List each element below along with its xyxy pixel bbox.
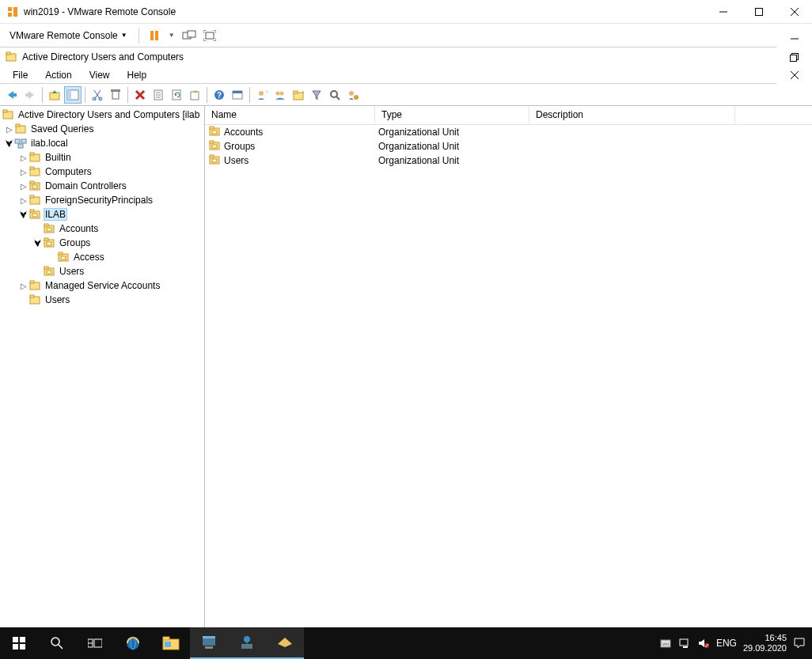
tree-saved-queries[interactable]: ▷ Saved Queries (0, 122, 204, 136)
tray-language[interactable]: ENG (716, 638, 737, 649)
menu-help[interactable]: Help (120, 68, 155, 82)
filter-button[interactable] (308, 86, 325, 104)
pause-button[interactable] (146, 27, 163, 44)
list-rows[interactable]: Accounts Organizational Unit Groups Orga… (205, 125, 812, 642)
column-header-type[interactable]: Type (375, 106, 529, 124)
tree-ilab-groups-access[interactable]: Access (0, 250, 204, 264)
tree-builtin[interactable]: ▷ Builtin (0, 150, 204, 165)
forward-button[interactable] (21, 86, 39, 104)
tree-label: Managed Service Accounts (44, 280, 161, 291)
menu-action[interactable]: Action (37, 68, 79, 82)
tree-label: Accounts (58, 223, 100, 234)
tree-label: Access (72, 252, 106, 263)
column-header-description[interactable]: Description (529, 106, 735, 124)
aduc-window-controls (776, 30, 812, 85)
cut-button[interactable] (89, 86, 106, 104)
svg-rect-54 (30, 153, 34, 155)
svg-rect-61 (30, 195, 34, 198)
svg-rect-7 (188, 31, 195, 37)
taskbar-app[interactable] (266, 627, 304, 659)
task-view-button[interactable] (76, 627, 114, 659)
list-row[interactable]: Users Organizational Unit (205, 153, 812, 168)
tree-label: Builtin (44, 152, 73, 163)
export-list-button[interactable] (186, 86, 203, 104)
find-button[interactable] (229, 86, 246, 104)
cell-type: Organizational Unit (378, 155, 459, 166)
svg-rect-90 (13, 637, 18, 642)
svg-rect-89 (212, 159, 217, 162)
expander-icon[interactable]: ▷ (19, 168, 28, 176)
restore-button[interactable] (776, 48, 812, 66)
expander-icon[interactable]: ▷ (19, 182, 28, 191)
vmrc-menu-dropdown[interactable]: VMware Remote Console ▼ (5, 28, 132, 44)
new-ou-button[interactable]: ✦ (290, 86, 307, 104)
tree-root[interactable]: Active Directory Users and Computers [il… (0, 108, 204, 122)
minimize-button[interactable] (705, 0, 741, 23)
tree-content[interactable]: Active Directory Users and Computers [il… (0, 106, 204, 629)
svg-point-45 (354, 95, 359, 100)
up-button[interactable] (46, 86, 63, 104)
pause-dropdown[interactable]: ▼ (166, 27, 177, 44)
list-pane: Name Type Description Accounts Organizat… (205, 106, 812, 642)
help-button[interactable]: ? (211, 86, 228, 104)
cell-type: Organizational Unit (378, 127, 459, 138)
send-ctrl-alt-del-button[interactable] (180, 27, 198, 44)
svg-point-37 (276, 91, 280, 95)
show-hide-tree-button[interactable] (64, 86, 82, 104)
folder-icon (28, 194, 41, 206)
column-header-name[interactable]: Name (205, 106, 375, 124)
tray-action-center-icon[interactable] (793, 637, 806, 650)
expander-icon[interactable]: ⮟ (33, 239, 43, 248)
tree-domain[interactable]: ⮟ ilab.local (0, 136, 204, 150)
menu-file[interactable]: File (5, 68, 36, 82)
folder-icon (28, 279, 41, 292)
taskbar-explorer[interactable] (152, 627, 190, 659)
taskbar-ie[interactable] (114, 627, 152, 659)
svg-rect-86 (212, 145, 217, 148)
start-button[interactable] (0, 627, 38, 659)
tree-computers[interactable]: ▷ Computers (0, 165, 204, 179)
copy-button[interactable] (107, 86, 124, 104)
menu-view[interactable]: View (82, 68, 118, 82)
refresh-button[interactable] (168, 86, 185, 104)
search-button[interactable] (38, 627, 76, 659)
list-row[interactable]: Accounts Organizational Unit (205, 125, 812, 139)
delete-button[interactable] (131, 86, 149, 104)
close-button[interactable] (776, 0, 812, 23)
tree-ilab-groups[interactable]: ⮟ Groups (0, 236, 204, 250)
fullscreen-button[interactable] (201, 27, 218, 44)
new-user-button[interactable]: ✦ (253, 86, 271, 104)
tree-fsp[interactable]: ▷ ForeignSecurityPrincipals (0, 193, 204, 207)
ou-icon (43, 265, 55, 278)
tree-ilab[interactable]: ⮟ ILAB (0, 207, 204, 222)
new-group-button[interactable] (271, 86, 289, 104)
minimize-button[interactable] (776, 30, 812, 48)
svg-rect-30 (191, 92, 199, 100)
add-to-group-button[interactable] (344, 86, 362, 104)
find-objects-button[interactable] (326, 86, 343, 104)
tree-domain-controllers[interactable]: ▷ Domain Controllers (0, 179, 204, 193)
taskbar-aduc[interactable] (228, 627, 266, 659)
tree-ilab-users[interactable]: Users (0, 264, 204, 278)
expander-icon[interactable]: ▷ (19, 153, 28, 162)
expander-icon[interactable]: ▷ (19, 196, 28, 205)
maximize-button[interactable] (741, 0, 776, 23)
close-button[interactable] (776, 66, 812, 85)
expander-icon[interactable]: ⮟ (19, 210, 28, 219)
svg-rect-69 (44, 238, 48, 240)
separator (207, 87, 207, 103)
tree-msa[interactable]: ▷ Managed Service Accounts (0, 278, 204, 293)
back-button[interactable] (3, 86, 21, 104)
tray-network-icon[interactable] (678, 637, 691, 650)
properties-button[interactable] (150, 86, 167, 104)
expander-icon[interactable]: ▷ (19, 282, 28, 290)
list-row[interactable]: Groups Organizational Unit (205, 139, 812, 153)
expander-icon[interactable]: ⮟ (5, 139, 14, 148)
tree-ilab-accounts[interactable]: Accounts (0, 222, 204, 236)
tray-volume-muted-icon[interactable] (697, 637, 710, 650)
taskbar-server-manager[interactable] (190, 627, 228, 659)
tray-vmware-icon[interactable]: vm (659, 637, 672, 650)
expander-icon[interactable]: ▷ (5, 125, 14, 134)
tree-users[interactable]: Users (0, 293, 204, 307)
tray-clock[interactable]: 16:45 29.09.2020 (743, 633, 787, 653)
